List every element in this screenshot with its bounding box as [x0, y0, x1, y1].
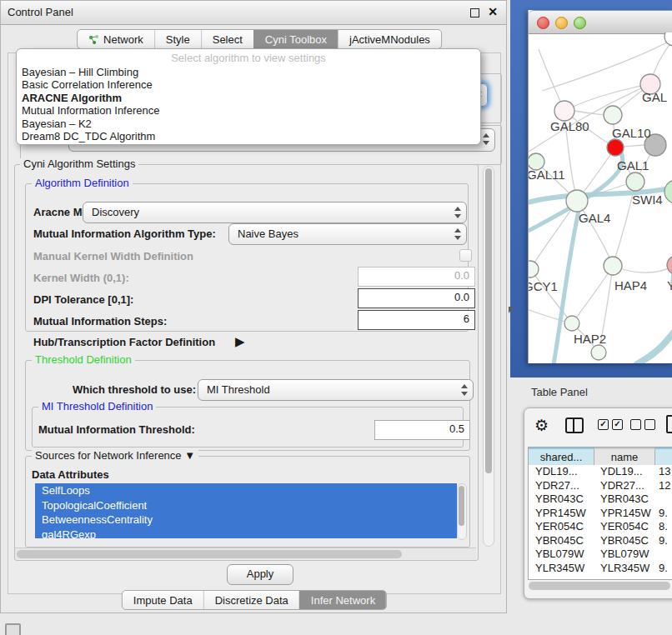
apply-button[interactable]: Apply [227, 564, 293, 585]
network-edge[interactable] [572, 266, 613, 323]
table-cell[interactable]: YER054C [529, 520, 594, 534]
control-panel-titlebar[interactable]: Control Panel ✕ [1, 1, 506, 25]
hide-columns-unchecked-icon[interactable] [630, 419, 655, 430]
algorithm-option[interactable]: Bayesian – K2 [17, 118, 480, 130]
network-node-gal80[interactable] [554, 101, 574, 121]
network-node-gal1[interactable] [607, 139, 624, 156]
scrollbar-thumb[interactable] [459, 486, 464, 526]
algorithm-option[interactable]: Dream8 DC_TDC Algorithm [17, 130, 480, 142]
network-edge[interactable] [624, 145, 645, 147]
table-column-header[interactable]: name [594, 448, 655, 465]
expand-arrow-icon[interactable]: ▶ [235, 334, 245, 349]
table-row[interactable]: YDL19...YDL19...13 [529, 465, 672, 479]
dpi-tolerance-field[interactable]: 0.0 [358, 288, 475, 308]
split-columns-icon[interactable] [565, 418, 584, 433]
network-node[interactable] [591, 345, 606, 360]
network-node-hap2[interactable] [564, 316, 579, 331]
table-cell[interactable]: YER054C [594, 520, 654, 534]
attributes-scrollbar[interactable] [457, 483, 467, 540]
scrollbar-thumb[interactable] [485, 168, 492, 473]
network-window-titlebar[interactable] [529, 10, 672, 34]
table-horizontal-scrollbar[interactable] [529, 582, 670, 590]
table-cell[interactable]: YBR043C [594, 492, 654, 507]
algorithm-option[interactable]: Mutual Information Inference [17, 104, 480, 117]
table-cell[interactable]: YBR045C [594, 534, 654, 548]
table-cell[interactable]: 9. [654, 534, 672, 548]
gear-icon[interactable]: ⚙ [534, 416, 549, 435]
data-attributes-list[interactable]: SelfLoopsTopologicalCoefficientBetweenne… [35, 483, 457, 538]
close-icon[interactable]: ✕ [488, 5, 498, 18]
manual-kernel-checkbox[interactable] [459, 249, 472, 262]
table-cell[interactable]: YDL19... [594, 465, 654, 479]
table-cell[interactable]: YIL052C [529, 575, 594, 577]
tab-cyni-toolbox[interactable]: Cyni Toolbox [253, 30, 338, 48]
tab-discretize-data[interactable]: Discretize Data [203, 591, 299, 609]
tab-style[interactable]: Style [154, 30, 201, 48]
network-node-swi4[interactable] [626, 172, 644, 191]
which-threshold-combo[interactable]: MI Threshold [198, 379, 474, 401]
tab-jactivemnodules[interactable]: jActiveMNodules [338, 30, 441, 48]
tab-select[interactable]: Select [201, 30, 253, 48]
minimize-traffic-icon[interactable] [555, 17, 568, 29]
table-cell[interactable] [654, 548, 672, 562]
table-row[interactable]: YBR043CYBR043C [529, 492, 672, 507]
algorithm-option[interactable]: Bayesian – Hill Climbing [17, 66, 480, 78]
network-node-y[interactable] [667, 256, 672, 274]
attribute-list-item[interactable]: BetweennessCentrality [35, 512, 457, 528]
table-cell[interactable]: 9 [654, 575, 672, 577]
table-row[interactable]: YBL079WYBL079W [529, 548, 672, 562]
mi-steps-field[interactable]: 6 [358, 310, 475, 330]
table-row[interactable]: YDR27...YDR27...12 [529, 479, 672, 493]
attribute-list-item[interactable]: SelfLoops [35, 483, 457, 498]
table-cell[interactable]: YPR145W [594, 507, 654, 521]
table-cell[interactable]: YBR043C [529, 492, 594, 507]
attribute-list-item[interactable]: TopologicalCoefficient [35, 498, 457, 513]
tab-network[interactable]: Network [78, 30, 154, 48]
table-cell[interactable]: 12 [654, 479, 672, 493]
table-row[interactable]: YER054CYER054C8. [529, 520, 672, 534]
table-cell[interactable] [654, 492, 672, 507]
network-node-gcy1[interactable] [529, 261, 539, 278]
collapse-arrow-icon[interactable]: ▼ [184, 449, 195, 462]
float-window-icon[interactable] [470, 8, 479, 18]
document-icon[interactable] [666, 415, 672, 433]
hub-section-label[interactable]: Hub/Transcription Factor Definition [33, 336, 215, 348]
kernel-width-field[interactable]: 0.0 [358, 267, 475, 287]
table-cell[interactable]: YBL079W [594, 548, 654, 562]
mi-type-combo[interactable]: Naive Bayes [228, 223, 467, 245]
table-column-header[interactable] [655, 448, 672, 465]
table-row[interactable]: YBR045CYBR045C9. [529, 534, 672, 548]
tab-impute-data[interactable]: Impute Data [123, 591, 203, 609]
table-cell[interactable]: YBR045C [529, 534, 594, 548]
table-cell[interactable]: YDR27... [529, 479, 594, 493]
network-node-hap4[interactable] [604, 257, 622, 275]
table-cell[interactable]: YIL052C [594, 575, 654, 577]
settings-horizontal-scrollbar[interactable] [15, 548, 476, 559]
table-row[interactable]: YLR345WYLR345W9. [529, 562, 672, 576]
network-node[interactable] [664, 180, 672, 203]
attribute-list-item[interactable]: gal4RGexp [35, 528, 457, 539]
table-cell[interactable]: YPR145W [529, 507, 594, 521]
network-edge[interactable] [564, 84, 650, 111]
table-cell[interactable]: YLR345W [529, 562, 594, 576]
table-cell[interactable]: YDL19... [529, 465, 594, 479]
table-cell[interactable]: YDR27... [594, 479, 654, 493]
zoom-traffic-icon[interactable] [574, 17, 586, 29]
table-row[interactable]: YPR145WYPR145W9. [529, 507, 672, 521]
network-edge[interactable] [529, 84, 650, 156]
table-cell[interactable]: 9. [654, 562, 672, 576]
minimized-panel-icon[interactable] [5, 623, 21, 635]
table-cell[interactable]: 8. [654, 520, 672, 534]
table-cell[interactable]: YBL079W [529, 548, 594, 562]
tab-infer-network[interactable]: Infer Network [299, 591, 386, 609]
settings-vertical-scrollbar[interactable] [483, 166, 494, 547]
algorithm-option[interactable]: ARACNE Algorithm [17, 92, 480, 104]
network-view-window[interactable]: GALGAL80GAL10GAL1GAL11SWI4GAL4GCY1HAP4YH… [528, 10, 672, 363]
scrollbar-thumb[interactable] [17, 550, 402, 558]
table-column-header[interactable]: shared... [529, 448, 594, 465]
network-node-gal4[interactable] [566, 190, 588, 212]
close-traffic-icon[interactable] [537, 17, 549, 29]
show-columns-checked-icon[interactable]: ✓ ✓ [598, 419, 623, 430]
network-canvas[interactable]: GALGAL80GAL10GAL1GAL11SWI4GAL4GCY1HAP4YH… [529, 32, 672, 363]
mi-threshold-field[interactable]: 0.5 [374, 420, 470, 440]
